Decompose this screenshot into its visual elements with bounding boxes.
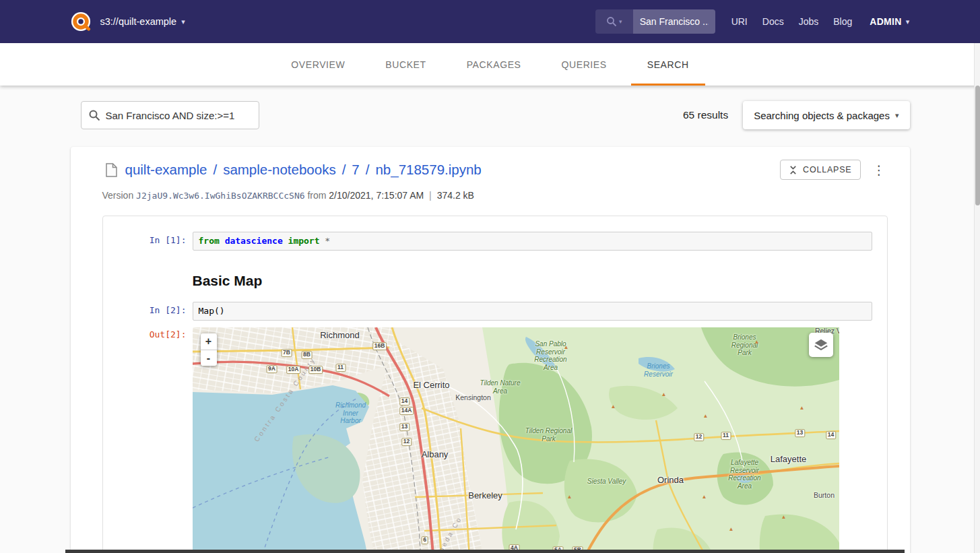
breadcrumb-folder[interactable]: 7 [352,162,359,177]
nav-link-docs[interactable]: Docs [762,16,784,27]
notebook-cell: In [2]: Map() [103,302,872,321]
version-row: Version J2jaU9.Wc3w6.IwGhiBsOZAKRBCCcSN6… [71,180,910,201]
breadcrumb-bucket[interactable]: quilt-example [125,162,207,177]
exit-shield: 9A [266,365,277,373]
scrollbar-thumb[interactable] [975,86,980,205]
main-content: 65 results Searching objects & packages … [0,86,980,553]
map-label: Berkeley [468,491,502,501]
search-query-input[interactable] [106,110,252,121]
kebab-menu-icon[interactable]: ⋮ [869,161,890,179]
bucket-name: s3://quilt-example [100,16,177,27]
tab-bucket[interactable]: BUCKET [369,43,442,86]
map-label: Orinda [657,476,684,486]
results-count: 65 results [683,109,728,121]
map-label: Alameda Co [428,515,463,553]
from-label: from [307,190,326,201]
markdown-cell: Basic Map [103,273,872,289]
exit-shield: 12 [401,438,412,446]
admin-menu[interactable]: ADMIN ▾ [870,16,909,27]
exit-shield: 11 [721,432,731,440]
tab-queries[interactable]: QUERIES [546,43,623,86]
map-zoom-control: + - [201,333,217,366]
breadcrumb: quilt-example/sample-notebooks/7/nb_7185… [125,162,482,178]
peak-marker-icon: ▲ [564,345,569,351]
navbar-search[interactable]: ▾ [595,9,715,34]
exit-shield: 10B [308,366,323,374]
tab-search[interactable]: SEARCH [631,43,705,86]
code-cell: Map() [193,302,872,321]
peak-marker-icon: ▲ [754,339,760,346]
notebook-output: Out[2]: [103,327,872,553]
collapse-label: COLLAPSE [803,165,851,174]
map-layers-control[interactable] [809,333,833,357]
top-navbar: s3://quilt-example ▾ ▾ URI Docs Jobs Blo… [0,0,980,43]
chevron-down-icon: ▾ [619,18,622,25]
map-label: Burton [814,491,835,499]
peak-marker-icon: ▲ [567,494,573,500]
map-label: Lafayette [771,455,807,465]
file-icon [106,163,117,177]
version-label: Version [102,190,134,201]
tab-overview[interactable]: OVERVIEW [275,43,361,86]
exit-shield: 8B [301,351,313,359]
peak-marker-icon: ▲ [781,515,787,521]
peak-marker-icon: ▲ [702,494,707,500]
quilt-logo-icon[interactable] [71,11,91,32]
exit-shield: 11 [335,364,346,372]
breadcrumb-folder[interactable]: sample-notebooks [223,162,336,177]
bucket-selector[interactable]: s3://quilt-example ▾ [100,16,185,27]
code-token [283,236,288,246]
zoom-out-button[interactable]: - [201,350,217,366]
map-label: El Cerrito [413,381,449,391]
pipe-separator: | [429,190,432,201]
peak-marker-icon: ▲ [661,392,667,398]
search-icon [88,109,100,121]
version-hash[interactable]: J2jaU9.Wc3w6.IwGhiBsOZAKRBCCcSN6 [136,191,304,201]
breadcrumb-separator: / [213,162,217,177]
search-scope-button[interactable]: Searching objects & packages ▾ [743,101,909,129]
exit-shield: 14 [826,431,836,439]
nav-link-jobs[interactable]: Jobs [799,16,819,27]
notebook-cell: In [1]: from datascience import * [103,232,872,251]
map-label: Briones Regional Park [731,333,758,357]
breadcrumb-file[interactable]: nb_718579.ipynb [375,162,481,177]
nav-link-blog[interactable]: Blog [833,16,852,27]
result-card: quilt-example/sample-notebooks/7/nb_7185… [71,147,910,553]
map-label: Tilden Regional Park [525,427,572,443]
code-token [220,236,225,246]
search-icon [606,16,617,27]
notebook-preview: In [1]: from datascience import * Basic … [102,216,888,553]
navbar-search-scope[interactable]: ▾ [595,9,633,34]
map-label: San Pablo Reservoir Recreation Area [534,340,566,371]
exit-shield: 13 [795,429,805,437]
map-label: Kensington [455,393,491,401]
peak-marker-icon: ▲ [799,405,805,412]
search-scope-label: Searching objects & packages [754,110,890,121]
code-token: import [288,236,320,246]
map-label: Siesta Valley [587,478,626,486]
zoom-in-button[interactable]: + [201,333,217,350]
breadcrumb-separator: / [366,162,370,177]
collapse-icon [789,166,797,174]
chevron-down-icon: ▾ [895,111,899,120]
map-canvas[interactable]: RichmondEl CerritoKensingtonAlbanyBerkel… [193,327,839,553]
version-date: 2/10/2021, 7:15:07 AM [329,190,424,201]
navbar-search-input[interactable] [633,9,715,34]
topbar-links: URI Docs Jobs Blog [731,16,853,27]
collapse-button[interactable]: COLLAPSE [780,160,860,180]
page-scrollbar[interactable] [974,43,980,553]
exit-shield: 16B [372,342,387,350]
search-box[interactable] [81,101,259,129]
chevron-down-icon: ▾ [181,18,185,26]
nav-link-uri[interactable]: URI [731,16,748,27]
tab-packages[interactable]: PACKAGES [451,43,537,86]
map-label: Tilden Nature Area [480,379,521,395]
chevron-down-icon: ▾ [906,18,910,26]
exit-shield: 13 [399,423,410,431]
peak-marker-icon: ▲ [703,414,709,420]
map-label: Richmond [320,331,360,341]
bottom-edge-strip [65,550,905,553]
markdown-heading: Basic Map [193,273,263,289]
exit-shield: 14 [399,397,410,405]
code-token: * [325,236,330,246]
